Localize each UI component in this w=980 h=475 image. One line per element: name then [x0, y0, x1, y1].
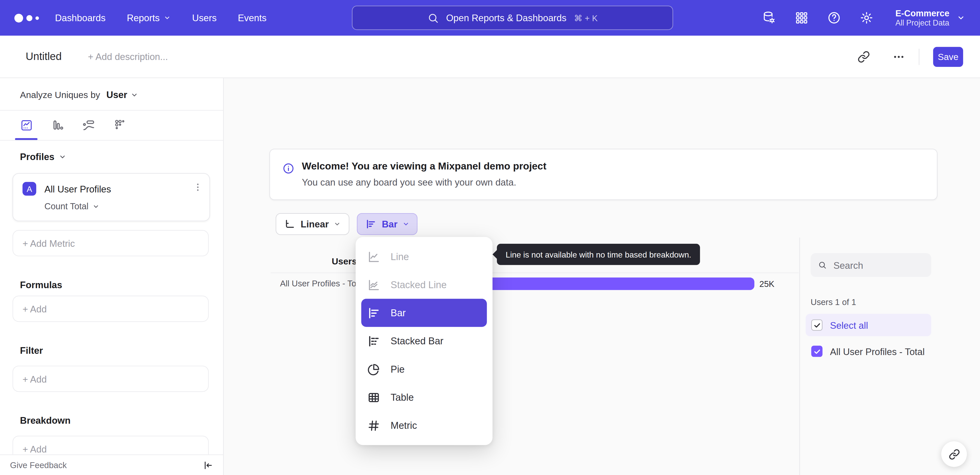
series-checkbox[interactable] [811, 346, 822, 357]
insights-chart-icon [20, 119, 33, 132]
report-canvas: Welcome! You are viewing a Mixpanel demo… [224, 78, 980, 475]
horizontal-bar-chart-icon [365, 218, 377, 230]
settings-gear-icon[interactable] [859, 11, 873, 25]
dropdown-item-bar[interactable]: Bar [361, 299, 487, 327]
chevron-down-icon [957, 14, 965, 22]
metric-card[interactable]: A All User Profiles Count Total [13, 173, 210, 221]
global-search-placeholder: Open Reports & Dashboards [446, 13, 566, 23]
formulas-title: Formulas [20, 279, 62, 290]
chart-type-button[interactable]: Bar [357, 213, 417, 235]
report-header: Untitled + Add description... Save [0, 36, 980, 78]
query-builder-sidebar: Analyze Uniques by User [0, 78, 224, 475]
analyze-entity-select[interactable]: User [107, 89, 138, 100]
check-icon [813, 347, 821, 355]
add-formula-button[interactable]: + Add [13, 296, 209, 322]
content-area: Analyze Uniques by User [0, 78, 980, 475]
tab-retention[interactable] [107, 110, 132, 140]
flows-icon [82, 118, 96, 132]
top-nav-items: Dashboards Reports Users Events [55, 13, 267, 23]
breakdown-section-header: Breakdown [20, 415, 70, 426]
info-icon [283, 163, 294, 175]
profiles-title: Profiles [20, 151, 54, 162]
give-feedback-link[interactable]: Give Feedback [10, 461, 67, 470]
nav-dashboards[interactable]: Dashboards [55, 13, 106, 23]
scale-select-button[interactable]: Linear [275, 213, 349, 235]
chevron-down-icon [59, 153, 66, 160]
tab-insights[interactable] [14, 110, 39, 140]
project-switcher[interactable]: E-Commerce All Project Data [895, 8, 965, 28]
line-disabled-tooltip: Line is not available with no time based… [497, 244, 700, 265]
retention-dots-icon [113, 119, 126, 132]
series-row[interactable]: All User Profiles - Total [806, 340, 931, 362]
add-filter-label: + Add [22, 373, 47, 384]
dropdown-item-pie[interactable]: Pie [355, 355, 492, 383]
dropdown-item-line[interactable]: Line [355, 242, 492, 271]
report-title[interactable]: Untitled [25, 50, 62, 63]
metric-kebab-icon[interactable] [192, 182, 203, 193]
mixpanel-logo-icon[interactable] [14, 9, 44, 27]
chevron-down-icon [130, 91, 138, 98]
add-filter-button[interactable]: + Add [13, 366, 209, 392]
global-search[interactable]: Open Reports & Dashboards ⌘ + K [352, 6, 673, 30]
select-all-checkbox[interactable] [811, 319, 822, 330]
apps-grid-icon[interactable] [794, 11, 808, 25]
analyze-uniques-row: Analyze Uniques by User [20, 89, 138, 100]
dropdown-item-metric[interactable]: Metric [355, 411, 492, 439]
series-search-input[interactable] [832, 259, 924, 271]
dropdown-item-label: Metric [391, 419, 417, 431]
profiles-section-header[interactable]: Profiles [20, 151, 66, 162]
add-formula-label: + Add [22, 303, 47, 314]
pie-chart-icon [367, 362, 381, 376]
share-link-floating-button[interactable] [941, 441, 967, 467]
dropdown-item-table[interactable]: Table [355, 383, 492, 411]
chart-bar-value: 25K [759, 279, 775, 289]
tab-funnels[interactable] [45, 110, 70, 140]
scale-select-label: Linear [301, 219, 329, 230]
dropdown-item-label: Line [391, 251, 409, 262]
copy-link-icon [948, 448, 959, 460]
select-all-row[interactable]: Select all [806, 314, 931, 336]
right-panel-divider [799, 238, 800, 475]
nav-users[interactable]: Users [192, 13, 217, 23]
nav-reports-label: Reports [127, 13, 160, 23]
dropdown-item-label: Pie [391, 363, 405, 375]
analyze-prefix: Analyze Uniques by [20, 89, 100, 100]
dropdown-item-label: Bar [391, 307, 406, 319]
metric-aggregation-select[interactable]: Count Total [45, 201, 99, 211]
add-metric-button[interactable]: + Add Metric [13, 230, 209, 256]
metric-badge: A [22, 182, 36, 196]
chart-type-dropdown: Line Stacked Line Bar [355, 237, 492, 445]
header-divider [919, 48, 919, 65]
dropdown-item-stacked-bar[interactable]: Stacked Bar [355, 327, 492, 355]
report-description-placeholder[interactable]: + Add description... [88, 51, 168, 62]
search-icon [818, 260, 827, 270]
help-icon[interactable] [827, 11, 841, 25]
dropdown-item-label: Stacked Bar [391, 335, 444, 347]
project-scope: All Project Data [895, 18, 950, 28]
breakdown-title: Breakdown [20, 415, 70, 426]
tooltip-text: Line is not available with no time based… [506, 250, 691, 259]
chart-type-label: Bar [382, 219, 397, 230]
series-search[interactable] [811, 253, 931, 277]
analyze-entity-value: User [107, 89, 127, 100]
save-button[interactable]: Save [933, 46, 963, 66]
chevron-down-icon [164, 14, 171, 21]
top-nav: Dashboards Reports Users Events Open Rep… [0, 0, 980, 36]
mixpanel-app: Dashboards Reports Users Events Open Rep… [0, 0, 980, 475]
report-type-tabs [0, 110, 132, 140]
nav-events[interactable]: Events [238, 13, 266, 23]
dropdown-item-label: Table [391, 392, 414, 403]
nav-reports[interactable]: Reports [127, 13, 171, 23]
tab-flows[interactable] [76, 110, 101, 140]
data-management-icon[interactable] [762, 11, 776, 25]
axis-icon [284, 218, 296, 230]
chevron-down-icon [402, 220, 409, 228]
report-header-actions: Save [858, 46, 963, 66]
copy-link-icon[interactable] [858, 50, 870, 63]
nav-dashboards-label: Dashboards [55, 13, 106, 23]
hash-icon [367, 419, 381, 432]
collapse-sidebar-icon[interactable] [202, 460, 213, 470]
dropdown-item-stacked-line[interactable]: Stacked Line [355, 271, 492, 299]
more-options-icon[interactable] [892, 50, 905, 63]
filter-section-header: Filter [20, 345, 43, 356]
